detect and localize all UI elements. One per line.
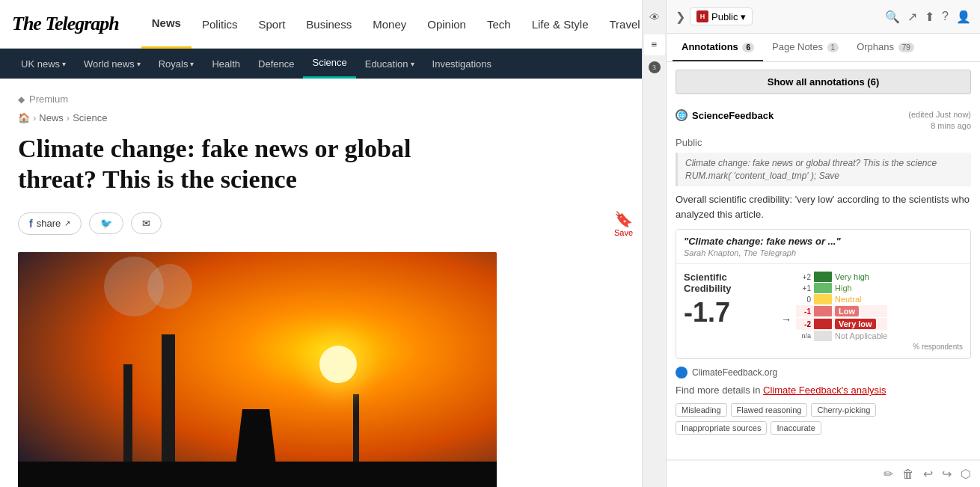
chevron-down-icon: ▾ [741, 11, 746, 22]
scale-color-neutral [814, 294, 832, 304]
nav-lifestyle[interactable]: Life & Style [521, 0, 599, 49]
twitter-share-button[interactable]: 🐦 [89, 212, 123, 234]
subnav-royals[interactable]: Royals ▾ [150, 49, 203, 79]
subnav-world-news[interactable]: World news ▾ [75, 49, 150, 79]
scale-color-very-low [814, 319, 832, 329]
scale-row-very-low: -2 Very low [796, 318, 887, 330]
hypothesis-tabs: Annotations 6 Page Notes 1 Orphans 79 [667, 34, 980, 62]
nav-politics[interactable]: Politics [192, 0, 248, 49]
chart-wrapper: → +2 Very high +1 High [781, 272, 963, 341]
scale-row-very-high: +2 Very high [796, 272, 887, 282]
tag-inaccurate[interactable]: Inaccurate [771, 421, 821, 435]
share-icon[interactable]: ↗ [907, 10, 917, 24]
climate-feedback-analysis-link[interactable]: Climate Feedback's analysis [763, 385, 886, 396]
credibility-card: "Climate change: fake news or ..." Sarah… [676, 229, 971, 359]
eye-icon: 👁 [649, 12, 660, 24]
breadcrumb-separator: › [33, 112, 36, 123]
credibility-score-section: Scientific Credibility -1.7 [684, 272, 774, 328]
forward-icon[interactable]: ↪ [942, 467, 952, 481]
site-logo[interactable]: The Telegraph [12, 14, 119, 34]
cred-card-header: "Climate change: fake news or ..." Sarah… [676, 230, 970, 264]
hypothesis-topbar: ❯ H Public ▾ 🔍 ↗ ⬆ ? 👤 [667, 0, 980, 34]
email-share-button[interactable]: ✉ [131, 212, 162, 234]
tag-inappropriate-sources[interactable]: Inappropriate sources [676, 421, 767, 435]
nav-opinion[interactable]: Opinion [417, 0, 477, 49]
nav-news[interactable]: News [141, 0, 192, 49]
diamond-icon: ◆ [18, 94, 25, 105]
user-icon[interactable]: 👤 [956, 10, 971, 24]
climate-feedback-link-row: Find more details in Climate Feedback's … [676, 385, 971, 396]
hypothesis-icon-highlight[interactable]: ≡ [644, 34, 665, 55]
chimney-silhouette [353, 394, 359, 469]
orphans-count: 79 [898, 43, 914, 52]
delete-icon[interactable]: 🗑 [902, 468, 914, 481]
reply-icon[interactable]: ↩ [923, 467, 933, 481]
tab-annotations[interactable]: Annotations 6 [673, 34, 763, 61]
premium-badge: ◆ Premium [18, 94, 633, 105]
help-icon[interactable]: ? [942, 10, 949, 23]
annotation-meta: (edited Just now) 8 mins ago [908, 109, 971, 132]
scale-row-high: +1 High [796, 283, 887, 293]
hypothesis-icon-annotate[interactable]: 👁 [644, 7, 665, 28]
chimney-silhouette [162, 334, 175, 469]
edit-icon[interactable]: ✏ [883, 467, 893, 481]
share-arrow-icon: ↗ [64, 219, 70, 227]
search-icon[interactable]: 🔍 [885, 10, 900, 24]
chimney-silhouette [123, 364, 132, 469]
email-icon: ✉ [142, 218, 150, 229]
subnav-health[interactable]: Health [203, 49, 249, 79]
nav-tech[interactable]: Tech [477, 0, 521, 49]
subnav-science[interactable]: Science [303, 49, 355, 79]
subnav-education[interactable]: Education ▾ [356, 49, 423, 79]
scale-color-high [814, 283, 832, 293]
subnav-investigations[interactable]: Investigations [423, 49, 501, 79]
scale-label-high: High [835, 284, 852, 292]
public-globe-icon: 🌐 [676, 109, 687, 121]
primary-nav: News Politics Sport Business Money Opini… [141, 0, 698, 49]
highlight-icon: ≡ [652, 39, 658, 51]
tag-flawed-reasoning[interactable]: Flawed reasoning [731, 403, 808, 417]
article-area: ◆ Premium 🏠 › News › Science Climate cha… [0, 79, 651, 487]
breadcrumb-news[interactable]: News [39, 112, 64, 123]
annotation-tags: Misleading Flawed reasoning Cherry-picki… [676, 403, 971, 417]
scale-label-neutral: Neutral [835, 295, 861, 304]
bookmark-icon: 🔖 [614, 210, 633, 228]
tag-cherry-picking[interactable]: Cherry-picking [811, 403, 876, 417]
upload-icon[interactable]: ⬆ [925, 10, 934, 24]
subnav-defence[interactable]: Defence [249, 49, 303, 79]
nav-business[interactable]: Business [295, 0, 362, 49]
chevron-icon: ▾ [190, 60, 194, 68]
tab-page-notes[interactable]: Page Notes 1 [763, 34, 848, 61]
twitter-icon: 🐦 [100, 218, 112, 229]
scale-row-na: n/a Not Applicable [796, 331, 887, 341]
sun-element [319, 346, 357, 383]
respondents-label: % respondents [781, 343, 963, 351]
annotation-body: Overall scientific credibility: 'very lo… [676, 192, 971, 221]
annotation-public-label: Public [676, 137, 971, 148]
scale-label-na: Not Applicable [835, 331, 887, 340]
show-all-annotations-button[interactable]: Show all annotations (6) [676, 70, 971, 94]
annotations-count: 6 [742, 43, 754, 52]
nav-money[interactable]: Money [362, 0, 417, 49]
nav-sport[interactable]: Sport [248, 0, 295, 49]
hypothesis-topbar-right: 🔍 ↗ ⬆ ? 👤 [885, 10, 971, 24]
scale-row-low: -1 Low [796, 305, 887, 317]
hypothesis-logo-icon: H [696, 10, 708, 22]
breadcrumb-separator: › [67, 112, 70, 123]
breadcrumb-science[interactable]: Science [73, 112, 107, 123]
tab-orphans[interactable]: Orphans 79 [848, 34, 923, 61]
expand-icon[interactable]: ❯ [676, 10, 685, 24]
arrow-right-icon: → [781, 313, 796, 325]
hypothesis-panel: ❯ H Public ▾ 🔍 ↗ ⬆ ? 👤 Annotations 6 Pag… [666, 0, 980, 487]
facebook-share-button[interactable]: f share ↗ [18, 212, 82, 235]
annotation-username: ScienceFeedback [692, 110, 774, 121]
save-button[interactable]: 🔖 Save [614, 210, 633, 237]
hypothesis-public-badge[interactable]: H Public ▾ [690, 7, 753, 25]
chevron-icon: ▾ [137, 60, 141, 68]
climate-feedback-logo-row: ClimateFeedback.org [676, 367, 971, 379]
home-icon[interactable]: 🏠 [18, 112, 30, 123]
annotation-item: 🌐 ScienceFeedback (edited Just now) 8 mi… [667, 102, 980, 460]
share-annotation-icon[interactable]: ⬡ [961, 467, 971, 481]
tag-misleading[interactable]: Misleading [676, 403, 727, 417]
subnav-uk-news[interactable]: UK news ▾ [12, 49, 75, 79]
